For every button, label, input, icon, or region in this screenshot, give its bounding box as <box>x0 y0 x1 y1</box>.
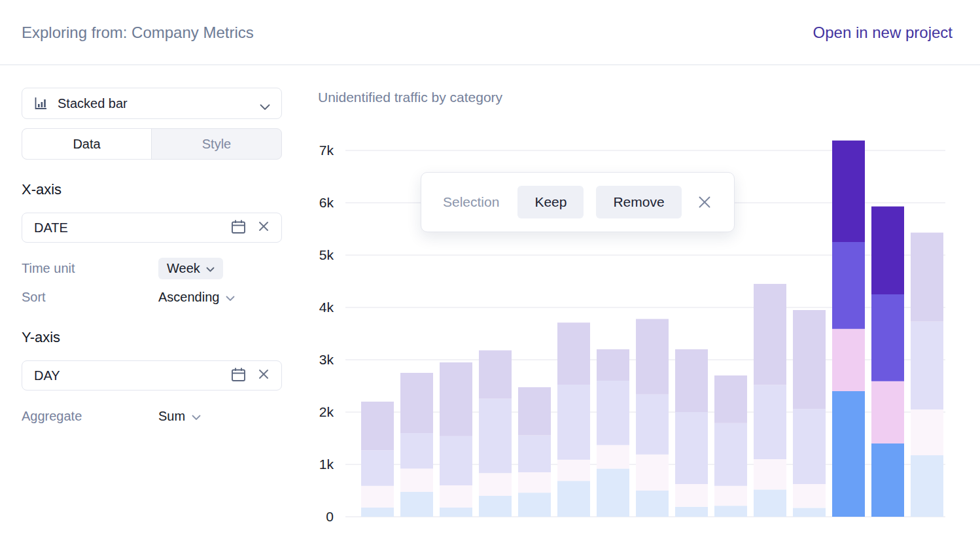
bar-segment-pink[interactable] <box>793 484 826 508</box>
bar-week-14[interactable] <box>871 207 904 517</box>
bar-segment-blue[interactable] <box>714 506 747 517</box>
aggregate-label: Aggregate <box>22 409 158 424</box>
bar-segment-purple[interactable] <box>636 319 669 394</box>
bar-segment-purple[interactable] <box>675 349 708 412</box>
bar-segment-dark_purple[interactable] <box>871 207 904 294</box>
bar-segment-lavender[interactable] <box>479 399 512 474</box>
bar-segment-lavender[interactable] <box>793 409 826 484</box>
bar-segment-blue[interactable] <box>832 391 865 517</box>
bar-segment-purple[interactable] <box>832 242 865 329</box>
chart-type-select[interactable]: Stacked bar <box>22 88 282 119</box>
tab-style[interactable]: Style <box>152 129 281 159</box>
remove-button[interactable]: Remove <box>596 186 681 218</box>
bar-segment-blue[interactable] <box>793 508 826 517</box>
bar-week-2[interactable] <box>400 373 433 517</box>
bar-segment-pink[interactable] <box>636 455 669 491</box>
bar-segment-lavender[interactable] <box>518 436 551 472</box>
bar-segment-dark_purple[interactable] <box>832 141 865 242</box>
bar-segment-purple[interactable] <box>911 233 943 322</box>
bar-segment-blue[interactable] <box>754 489 786 517</box>
bar-week-6[interactable] <box>557 322 590 517</box>
bar-week-5[interactable] <box>518 387 551 517</box>
bar-week-15[interactable] <box>911 233 943 517</box>
bar-segment-lavender[interactable] <box>440 436 472 485</box>
bar-segment-pink[interactable] <box>361 486 394 508</box>
bar-segment-pink[interactable] <box>832 329 865 391</box>
bar-segment-blue[interactable] <box>361 508 394 517</box>
bar-segment-pink[interactable] <box>597 445 629 468</box>
bar-segment-pink[interactable] <box>479 473 512 496</box>
bar-segment-pink[interactable] <box>518 472 551 493</box>
bar-segment-purple[interactable] <box>793 310 826 409</box>
bar-segment-blue[interactable] <box>400 492 433 517</box>
clear-field-icon[interactable] <box>256 366 271 385</box>
bar-segment-pink[interactable] <box>871 381 904 443</box>
y-axis-field[interactable]: DAY <box>22 360 282 391</box>
bar-segment-purple[interactable] <box>479 351 512 399</box>
bar-segment-pink[interactable] <box>754 459 786 489</box>
bar-week-10[interactable] <box>714 375 747 517</box>
bar-segment-blue[interactable] <box>479 496 512 517</box>
bar-segment-blue[interactable] <box>440 508 472 517</box>
bar-segment-blue[interactable] <box>911 455 943 517</box>
bar-segment-purple[interactable] <box>557 322 590 385</box>
chevron-down-icon <box>226 290 235 305</box>
bar-segment-blue[interactable] <box>557 481 590 517</box>
time-unit-dropdown[interactable]: Week <box>158 258 223 279</box>
bar-segment-lavender[interactable] <box>754 385 786 459</box>
keep-button[interactable]: Keep <box>517 186 584 218</box>
page-title: Exploring from: Company Metrics <box>22 0 254 65</box>
bar-segment-lavender[interactable] <box>911 322 943 409</box>
bar-segment-pink[interactable] <box>557 460 590 481</box>
bar-segment-lavender[interactable] <box>636 394 669 455</box>
x-axis-field[interactable]: DATE <box>22 213 282 243</box>
close-icon[interactable] <box>697 194 712 210</box>
bar-segment-blue[interactable] <box>597 468 629 517</box>
bar-segment-lavender[interactable] <box>557 385 590 460</box>
bar-segment-purple[interactable] <box>754 284 786 385</box>
y-axis-field-value: DAY <box>34 368 230 383</box>
bar-week-8[interactable] <box>636 319 669 517</box>
bar-segment-lavender[interactable] <box>597 381 629 445</box>
clear-field-icon[interactable] <box>256 218 271 237</box>
bar-segment-pink[interactable] <box>714 486 747 506</box>
bar-segment-lavender[interactable] <box>714 423 747 486</box>
bar-week-12[interactable] <box>793 310 826 517</box>
bar-segment-pink[interactable] <box>675 484 708 507</box>
open-in-new-project-link[interactable]: Open in new project <box>813 0 953 65</box>
bar-segment-purple[interactable] <box>597 349 629 381</box>
calendar-icon <box>230 366 247 386</box>
bar-segment-purple[interactable] <box>518 387 551 436</box>
bar-segment-purple[interactable] <box>440 362 472 436</box>
bar-segment-lavender[interactable] <box>675 412 708 484</box>
bar-week-4[interactable] <box>479 351 512 517</box>
bar-week-11[interactable] <box>754 284 786 517</box>
bar-chart-icon <box>33 96 48 111</box>
bar-segment-pink[interactable] <box>440 485 472 508</box>
bar-segment-lavender[interactable] <box>361 450 394 485</box>
aggregate-row: Aggregate Sum <box>22 404 282 428</box>
bar-week-9[interactable] <box>675 349 708 517</box>
tab-data[interactable]: Data <box>22 129 152 159</box>
bar-segment-pink[interactable] <box>400 468 433 492</box>
bar-week-13[interactable] <box>832 141 865 517</box>
sort-row: Sort Ascending <box>22 287 282 307</box>
chevron-down-icon <box>192 409 201 424</box>
bar-segment-blue[interactable] <box>871 443 904 517</box>
bar-week-3[interactable] <box>440 362 472 517</box>
bar-segment-lavender[interactable] <box>400 433 433 468</box>
bar-segment-pink[interactable] <box>911 409 943 455</box>
bar-week-1[interactable] <box>361 402 394 517</box>
bar-segment-blue[interactable] <box>636 491 669 517</box>
sort-dropdown[interactable]: Ascending <box>158 290 235 305</box>
bar-segment-purple[interactable] <box>714 375 747 423</box>
bar-segment-purple[interactable] <box>400 373 433 433</box>
bar-segment-purple[interactable] <box>871 294 904 381</box>
bar-segment-purple[interactable] <box>361 402 394 450</box>
bar-week-7[interactable] <box>597 349 629 517</box>
bar-segment-blue[interactable] <box>675 507 708 517</box>
aggregate-dropdown[interactable]: Sum <box>158 409 201 424</box>
stacked-bar-chart[interactable]: 01k2k3k4k5k6k7k <box>298 78 958 536</box>
bar-segment-blue[interactable] <box>518 493 551 517</box>
y-tick-label: 6k <box>319 195 334 210</box>
